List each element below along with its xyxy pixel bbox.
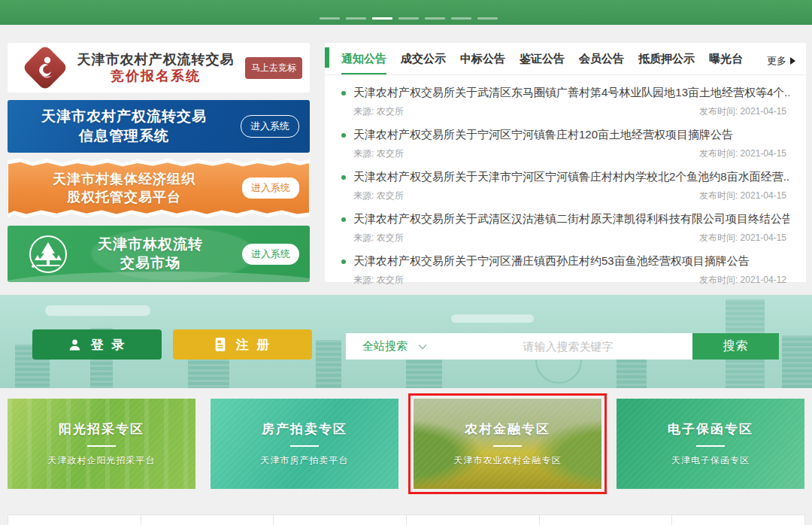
- go-bid-button[interactable]: 马上去竞标: [245, 57, 302, 79]
- news-source: 来源: 农交所: [353, 190, 404, 202]
- zone-cards: 阳光招采专区 天津政村企阳光招采平台 房产拍卖专区 天津市房产拍卖平台 农村金融…: [8, 399, 804, 489]
- zone-card-sunshine-procurement[interactable]: 阳光招采专区 天津政村企阳光招采平台: [8, 399, 195, 489]
- news-item: 天津农村产权交易所关于宁河区宁河镇鲁庄村120亩土地经营权项目摘牌公告 来源: …: [341, 122, 789, 164]
- news-date: 发布时间: 2021-04-12: [699, 274, 786, 287]
- equity-platform-title: 天津市村集体经济组织 股权托管交易平台: [8, 170, 241, 207]
- register-button[interactable]: 注 册: [173, 329, 312, 360]
- login-button[interactable]: 登 录: [32, 329, 162, 360]
- carousel-dash-1[interactable]: [320, 17, 340, 20]
- news-title[interactable]: 天津农村产权交易所关于宁河区宁河镇鲁庄村120亩土地经营权项目摘牌公告: [353, 128, 733, 142]
- info-system-line1: 天津市农村产权流转交易: [8, 107, 241, 126]
- bidding-system-card[interactable]: 天津市农村产权流转交易 竞价报名系统 马上去竞标: [8, 43, 310, 93]
- news-title[interactable]: 天津农村产权交易所关于天津市宁河区宁河镇鲁庄村村内学校北2个鱼池约8亩水面经营.…: [353, 170, 789, 184]
- news-link[interactable]: 天津农村产权交易所关于宁河区潘庄镇西孙庄村约53亩鱼池经营权项目摘牌公告: [341, 254, 789, 269]
- zone-subtitle: 天津电子保函专区: [671, 454, 750, 467]
- tab-winning-bid[interactable]: 中标公告: [460, 50, 505, 74]
- strip-cell: [8, 514, 141, 525]
- carousel-dash-2[interactable]: [346, 17, 366, 20]
- search-button[interactable]: 搜索: [692, 333, 779, 360]
- forest-line1: 天津市林权流转: [60, 235, 241, 254]
- search-scope-label: 全站搜索: [362, 339, 408, 354]
- zone-subtitle: 天津市农业农村金融专区: [454, 454, 562, 467]
- carousel-indicators: [320, 17, 498, 20]
- zone-title: 电子保函专区: [668, 420, 753, 438]
- news-list: 天津农村产权交易所关于武清区东马圈镇广善村第4号林业队园地13亩土地经营权等4个…: [325, 75, 806, 290]
- zone-divider: [696, 445, 725, 447]
- info-management-system-banner[interactable]: 天津市农村产权流转交易 信息管理系统 进入系统: [8, 100, 310, 153]
- news-meta: 来源: 农交所 发布时间: 2021-04-15: [341, 184, 789, 202]
- building-silhouette: [316, 340, 341, 388]
- user-icon: [68, 338, 82, 352]
- zone-divider: [493, 445, 522, 447]
- news-meta: 来源: 农交所 发布时间: 2021-04-12: [341, 269, 789, 287]
- tab-member[interactable]: 会员公告: [579, 50, 624, 74]
- news-item: 天津农村产权交易所关于武清区汉沽港镇二街村原天津凯得利科技有限公司项目终结公告 …: [341, 206, 789, 248]
- more-label: 更多: [767, 54, 786, 68]
- register-label: 注 册: [236, 336, 272, 354]
- news-date: 发布时间: 2021-04-15: [699, 147, 786, 160]
- login-label: 登 录: [91, 336, 127, 354]
- zone-subtitle: 天津市房产拍卖平台: [261, 454, 349, 467]
- news-source: 来源: 农交所: [353, 147, 404, 160]
- tab-exposure[interactable]: 曝光台: [709, 50, 743, 74]
- carousel-banner: [0, 0, 812, 25]
- news-meta: 来源: 农交所 发布时间: 2021-04-15: [341, 226, 789, 244]
- news-link[interactable]: 天津农村产权交易所关于武清区东马圈镇广善村第4号林业队园地13亩土地经营权等4个…: [341, 86, 789, 100]
- news-title[interactable]: 天津农村产权交易所关于武清区汉沽港镇二街村原天津凯得利科技有限公司项目终结公告: [353, 212, 789, 226]
- news-source: 来源: 农交所: [353, 105, 404, 118]
- notice-panel: 通知公告 成交公示 中标公告 鉴证公告 会员公告 抵质押公示 曝光台 更多 天津…: [325, 43, 806, 282]
- carousel-dash-3-active[interactable]: [372, 17, 392, 20]
- equity-platform-banner[interactable]: 天津市村集体经济组织 股权托管交易平台 进入系统: [8, 158, 310, 218]
- carousel-dash-6[interactable]: [451, 17, 471, 20]
- zone-divider: [290, 445, 319, 447]
- news-item: 天津农村产权交易所关于天津市宁河区宁河镇鲁庄村村内学校北2个鱼池约8亩水面经营.…: [341, 164, 789, 206]
- info-system-enter-button[interactable]: 进入系统: [241, 115, 299, 138]
- tab-deal-publicity[interactable]: 成交公示: [401, 50, 446, 74]
- news-link[interactable]: 天津农村产权交易所关于天津市宁河区宁河镇鲁庄村村内学校北2个鱼池约8亩水面经营.…: [341, 170, 789, 184]
- bullet-icon: [341, 133, 346, 138]
- cloud-decoration: [451, 314, 534, 323]
- bullet-icon: [341, 175, 346, 180]
- carousel-dash-7[interactable]: [477, 17, 498, 20]
- news-title[interactable]: 天津农村产权交易所关于宁河区潘庄镇西孙庄村约53亩鱼池经营权项目摘牌公告: [353, 254, 750, 269]
- news-link[interactable]: 天津农村产权交易所关于宁河区宁河镇鲁庄村120亩土地经营权项目摘牌公告: [341, 128, 789, 142]
- strip-cell: [273, 514, 407, 525]
- news-item: 天津农村产权交易所关于宁河区潘庄镇西孙庄村约53亩鱼池经营权项目摘牌公告 来源:…: [341, 248, 789, 290]
- carousel-dash-5[interactable]: [425, 17, 445, 20]
- zone-card-real-estate-auction[interactable]: 房产拍卖专区 天津市房产拍卖平台: [211, 399, 398, 489]
- bullet-icon: [341, 91, 346, 96]
- tab-notice-announcements[interactable]: 通知公告: [341, 50, 386, 74]
- carousel-dash-4[interactable]: [398, 17, 419, 20]
- tab-certification[interactable]: 鉴证公告: [520, 50, 565, 74]
- forest-rights-banner[interactable]: 天津市林权流转 交易市场 进入系统: [8, 226, 310, 282]
- news-source: 来源: 农交所: [353, 232, 404, 244]
- news-source: 来源: 农交所: [353, 274, 404, 287]
- zone-card-rural-finance-highlighted[interactable]: 农村金融专区 天津市农业农村金融专区: [414, 399, 601, 489]
- info-system-line2: 信息管理系统: [8, 126, 241, 146]
- strip-cell: [406, 514, 540, 525]
- building-silhouette: [406, 358, 442, 388]
- search-scope-dropdown[interactable]: 全站搜索: [346, 333, 444, 360]
- id-card-icon: [214, 337, 227, 352]
- forest-enter-button[interactable]: 进入系统: [242, 244, 299, 265]
- strip-cell: [141, 514, 274, 525]
- zone-card-electronic-guarantee[interactable]: 电子保函专区 天津电子保函专区: [617, 399, 804, 489]
- bullet-icon: [341, 217, 346, 222]
- more-arrow-icon: [790, 57, 795, 65]
- search-input[interactable]: [444, 333, 692, 360]
- equity-enter-button[interactable]: 进入系统: [242, 178, 299, 199]
- news-title[interactable]: 天津农村产权交易所关于武清区东马圈镇广善村第4号林业队园地13亩土地经营权等4个…: [353, 86, 789, 100]
- notice-tabs: 通知公告 成交公示 中标公告 鉴证公告 会员公告 抵质押公示 曝光台 更多: [325, 43, 806, 75]
- zone-divider: [87, 445, 116, 447]
- zone-title: 阳光招采专区: [59, 420, 144, 438]
- equity-line2: 股权托管交易平台: [8, 188, 241, 206]
- more-link[interactable]: 更多: [767, 54, 795, 74]
- news-date: 发布时间: 2021-04-15: [699, 105, 786, 118]
- bidding-title-line2: 竞价报名系统: [66, 68, 245, 85]
- left-column: 天津市农村产权流转交易 竞价报名系统 马上去竞标 天津市农村产权流转交易 信息管…: [8, 43, 310, 282]
- tab-mortgage-publicity[interactable]: 抵质押公示: [638, 50, 695, 74]
- bidding-title-line1: 天津市农村产权流转交易: [66, 51, 245, 68]
- news-meta: 来源: 农交所 发布时间: 2021-04-15: [341, 142, 789, 160]
- bidding-system-title: 天津市农村产权流转交易 竞价报名系统: [66, 51, 245, 85]
- news-link[interactable]: 天津农村产权交易所关于武清区汉沽港镇二街村原天津凯得利科技有限公司项目终结公告: [341, 212, 789, 226]
